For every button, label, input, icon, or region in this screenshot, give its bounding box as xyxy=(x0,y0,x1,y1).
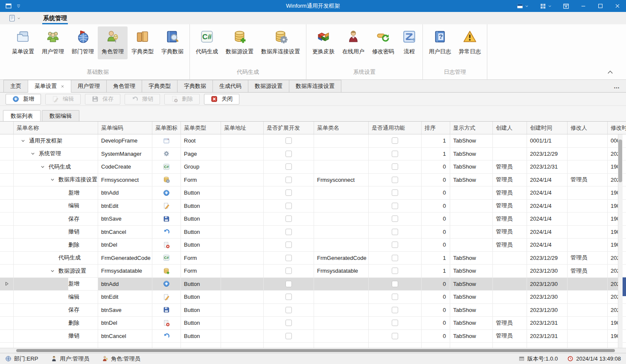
cell-show-mode[interactable]: TabShow xyxy=(450,330,493,343)
view-tab[interactable]: 数据编辑 xyxy=(42,110,79,121)
table-row[interactable]: 数据源设置FrmsysdatatableFormFrmsysdatatable1… xyxy=(0,265,626,278)
编辑-button[interactable]: 编辑 xyxy=(45,94,81,105)
tree-expand-icon[interactable] xyxy=(37,164,49,170)
cell-sort[interactable]: 0 xyxy=(422,186,450,199)
cell-sort[interactable]: 0 xyxy=(422,200,450,213)
cell-menu-type[interactable]: Form xyxy=(181,174,221,186)
cell-show-mode[interactable] xyxy=(450,343,493,348)
table-row[interactable]: 新增btnAddButton0TabShow2023/12/30202 xyxy=(0,278,626,291)
cell-modifier[interactable] xyxy=(568,200,608,213)
cell-common-checkbox[interactable] xyxy=(369,278,422,291)
cell-common-checkbox[interactable] xyxy=(369,252,422,265)
cell-menu-class[interactable] xyxy=(314,226,369,239)
cell-menu-type[interactable]: Button xyxy=(181,226,221,239)
cell-menu-url[interactable] xyxy=(221,343,264,348)
cell-ext-dev-checkbox[interactable] xyxy=(264,304,314,317)
cell-menu-class[interactable] xyxy=(314,304,369,317)
cell-menu-code[interactable]: btnCancel xyxy=(98,330,152,343)
cell-menu-type[interactable] xyxy=(181,343,221,348)
checkbox-unchecked[interactable] xyxy=(392,320,398,326)
cell-ext-dev-checkbox[interactable] xyxy=(264,213,314,225)
cell-created-time[interactable]: 2023/12/31 xyxy=(527,330,568,343)
cell-show-mode[interactable] xyxy=(450,213,493,225)
cell-menu-url[interactable] xyxy=(221,134,264,147)
document-tab[interactable]: 角色管理 xyxy=(106,80,142,92)
cell-show-mode[interactable] xyxy=(450,239,493,251)
cell-menu-name[interactable]: 保存 xyxy=(14,304,98,317)
vertical-scrollbar-thumb[interactable] xyxy=(618,140,622,182)
cell-modifier[interactable] xyxy=(568,304,608,317)
cell-menu-type[interactable]: Button xyxy=(181,200,221,213)
checkbox-unchecked[interactable] xyxy=(392,203,398,209)
table-row[interactable]: 编辑btnEditButton0TabShow2023/12/30202 xyxy=(0,291,626,304)
table-row[interactable]: 删除btnDelButton0TabShow管理员2023/12/31190 xyxy=(0,317,626,330)
cell-modified-time[interactable]: 190 xyxy=(608,226,626,239)
cell-common-checkbox[interactable] xyxy=(369,291,422,303)
cell-ext-dev-checkbox[interactable] xyxy=(264,226,314,239)
cell-menu-code[interactable]: Frmsysconnect xyxy=(98,174,152,186)
cell-sort[interactable]: 0 xyxy=(422,317,450,329)
cell-modifier[interactable] xyxy=(568,317,608,329)
checkbox-unchecked[interactable] xyxy=(392,189,398,196)
cell-menu-icon[interactable] xyxy=(152,186,181,199)
cell-menu-type[interactable]: Button xyxy=(181,330,221,343)
cell-show-mode[interactable]: TabShow xyxy=(450,278,493,291)
ribbon-item[interactable]: 异常日志 xyxy=(455,26,485,59)
cell-menu-type[interactable]: Button xyxy=(181,186,221,199)
cell-creator[interactable] xyxy=(493,252,527,265)
grid-column-header[interactable]: 是否通用功能 xyxy=(369,122,422,134)
cell-modifier[interactable]: 管理员 xyxy=(568,252,608,265)
cell-common-checkbox[interactable] xyxy=(369,330,422,343)
cell-show-mode[interactable]: TabShow xyxy=(450,160,493,173)
撤销-button[interactable]: 撤销 xyxy=(125,94,160,105)
cell-menu-icon[interactable] xyxy=(152,226,181,239)
新增-button[interactable]: 新增 xyxy=(6,94,41,105)
cell-menu-class[interactable] xyxy=(314,213,369,225)
cell-modifier[interactable] xyxy=(568,160,608,173)
document-tab[interactable]: 数据源设置 xyxy=(248,80,289,92)
checkbox-unchecked[interactable] xyxy=(285,163,292,170)
cell-created-time[interactable]: 2024/1/4 xyxy=(527,226,568,239)
checkbox-unchecked[interactable] xyxy=(392,229,398,235)
cell-show-mode[interactable]: TabShow xyxy=(450,174,493,186)
cell-menu-url[interactable] xyxy=(221,148,264,160)
grid-column-header[interactable]: 创建人 xyxy=(493,122,527,134)
ribbon-item[interactable]: 数据源设置 xyxy=(222,26,257,59)
checkbox-unchecked[interactable] xyxy=(285,268,292,274)
cell-modified-time[interactable]: 190 xyxy=(608,200,626,213)
cell-ext-dev-checkbox[interactable] xyxy=(264,148,314,160)
cell-sort[interactable]: 1 xyxy=(422,265,450,277)
cell-menu-url[interactable] xyxy=(221,160,264,173)
checkbox-unchecked[interactable] xyxy=(392,215,398,222)
cell-created-time[interactable]: 2024/1/4 xyxy=(527,239,568,251)
cell-menu-url[interactable] xyxy=(221,200,264,213)
checkbox-unchecked[interactable] xyxy=(285,333,292,339)
cell-sort[interactable]: 0 xyxy=(422,174,450,186)
checkbox-unchecked[interactable] xyxy=(392,294,398,300)
tree-expand-icon[interactable] xyxy=(47,177,58,183)
cell-menu-name[interactable]: 编辑 xyxy=(14,291,98,303)
cell-menu-code[interactable]: btnCancel xyxy=(98,226,152,239)
cell-menu-name[interactable]: 代码生成 xyxy=(14,252,98,265)
cell-menu-icon[interactable]: C# xyxy=(152,160,181,173)
cell-created-time[interactable]: 2023/12/31 xyxy=(527,317,568,329)
ribbon-item[interactable]: 在线用户 xyxy=(338,26,368,59)
cell-menu-code[interactable] xyxy=(98,343,152,348)
grid-column-header[interactable]: 菜单名称 xyxy=(14,122,98,134)
cell-created-time[interactable]: 2023/12/29 xyxy=(527,252,568,265)
checkbox-unchecked[interactable] xyxy=(285,137,292,144)
cell-menu-url[interactable] xyxy=(221,174,264,186)
dock-panel-button[interactable] xyxy=(557,0,575,12)
cell-menu-type[interactable]: Button xyxy=(181,317,221,329)
cell-menu-icon[interactable] xyxy=(152,148,181,160)
cell-menu-code[interactable]: CodeCreate xyxy=(98,160,152,173)
cell-menu-name[interactable]: 数据源设置 xyxy=(14,265,98,277)
ribbon-item[interactable]: 部门管理 xyxy=(68,26,98,59)
cell-menu-icon[interactable] xyxy=(152,317,181,329)
cell-modified-time[interactable]: 190 xyxy=(608,317,626,329)
cell-modified-time[interactable]: 000 xyxy=(608,134,626,147)
close-button[interactable] xyxy=(609,0,626,12)
cell-menu-icon[interactable] xyxy=(152,213,181,225)
关闭-button[interactable]: 关闭 xyxy=(204,94,239,105)
cell-menu-url[interactable] xyxy=(221,265,264,277)
